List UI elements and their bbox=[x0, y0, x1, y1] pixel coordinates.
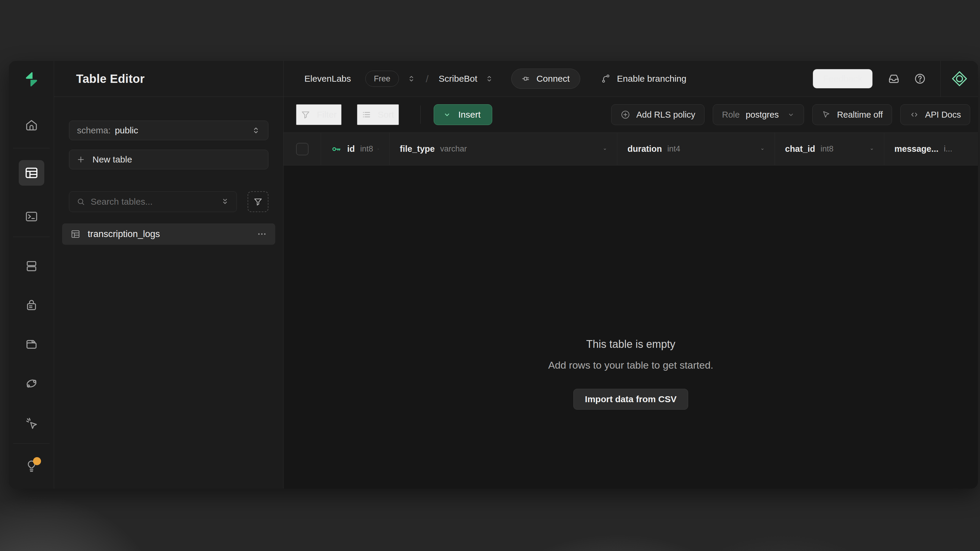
branch-icon bbox=[601, 74, 611, 84]
add-rls-policy-label: Add RLS policy bbox=[636, 110, 695, 120]
new-table-button[interactable]: New table bbox=[69, 150, 269, 169]
app-window: Table Editor schema: public New table bbox=[9, 61, 978, 489]
select-all-cell bbox=[283, 133, 321, 165]
insert-button[interactable]: Insert bbox=[434, 104, 492, 125]
table-icon bbox=[70, 229, 81, 239]
empty-state-subtitle: Add rows to your table to get started. bbox=[548, 359, 713, 371]
column-header-message[interactable]: message... i... bbox=[884, 133, 978, 165]
import-csv-button[interactable]: Import data from CSV bbox=[573, 389, 688, 410]
sort-button[interactable]: Sort bbox=[357, 104, 399, 125]
org-switcher-icon[interactable] bbox=[407, 75, 415, 83]
inbox-icon bbox=[888, 73, 900, 85]
breadcrumb-project[interactable]: ScribeBot bbox=[439, 74, 477, 84]
column-menu-icon[interactable] bbox=[865, 145, 874, 153]
cursor-icon bbox=[822, 110, 831, 119]
filter-label: Filter bbox=[317, 110, 337, 120]
column-menu-icon[interactable] bbox=[373, 145, 379, 153]
project-switcher-icon[interactable] bbox=[485, 75, 493, 83]
column-type: int8 bbox=[821, 144, 834, 154]
notification-dot bbox=[33, 457, 41, 465]
sidebar-item-auth[interactable] bbox=[22, 295, 41, 314]
storage-icon bbox=[25, 337, 38, 351]
column-name: chat_id bbox=[785, 144, 815, 154]
column-header-chat-id[interactable]: chat_id int8 bbox=[775, 133, 884, 165]
schema-select[interactable]: schema: public bbox=[69, 121, 269, 140]
table-name: transcription_logs bbox=[88, 229, 160, 240]
import-csv-label: Import data from CSV bbox=[585, 394, 676, 404]
sidebar-item-sql-editor[interactable] bbox=[22, 207, 41, 226]
column-name: message... bbox=[894, 144, 939, 154]
feedback-label: Feedback bbox=[823, 74, 862, 84]
filter-tables-button[interactable] bbox=[248, 191, 269, 212]
nav-rail bbox=[9, 61, 54, 489]
role-prefix: Role bbox=[722, 110, 740, 120]
add-rls-policy-button[interactable]: Add RLS policy bbox=[611, 104, 705, 125]
account-section[interactable] bbox=[940, 61, 978, 97]
column-header-duration[interactable]: duration int4 bbox=[617, 133, 775, 165]
grid-toolbar: Filter Sort Insert bbox=[283, 97, 978, 133]
breadcrumb-separator: / bbox=[426, 73, 428, 85]
enable-branching-button[interactable]: Enable branching bbox=[601, 74, 687, 84]
search-tables-input[interactable] bbox=[91, 197, 221, 207]
sidebar-item-storage[interactable] bbox=[22, 334, 41, 353]
help-icon bbox=[914, 73, 926, 85]
role-select[interactable]: Role postgres bbox=[713, 104, 804, 125]
sidebar-item-advisors[interactable] bbox=[22, 414, 41, 433]
select-all-checkbox[interactable] bbox=[296, 143, 309, 156]
double-chevron-down-icon[interactable] bbox=[221, 197, 229, 206]
page-title: Table Editor bbox=[76, 72, 145, 86]
empty-state-title: This table is empty bbox=[586, 338, 675, 351]
sql-editor-icon bbox=[25, 210, 38, 223]
rail-divider bbox=[13, 443, 49, 444]
table-editor-icon bbox=[24, 166, 39, 180]
sidebar-item-home[interactable] bbox=[22, 116, 41, 135]
feedback-button[interactable]: Feedback bbox=[813, 69, 873, 89]
column-type: int8 bbox=[360, 144, 373, 154]
sidebar-item-whats-new[interactable] bbox=[22, 457, 41, 476]
realtime-label: Realtime off bbox=[837, 110, 883, 120]
database-icon bbox=[25, 259, 38, 273]
connect-label: Connect bbox=[536, 74, 570, 84]
table-options-icon[interactable] bbox=[257, 229, 267, 239]
insert-label: Insert bbox=[458, 110, 480, 120]
notifications-button[interactable] bbox=[888, 73, 900, 85]
sidebar-header: Table Editor bbox=[54, 61, 283, 97]
lock-icon bbox=[25, 298, 38, 312]
rail-divider bbox=[13, 148, 49, 148]
toolbar-divider bbox=[420, 105, 421, 124]
column-header-id[interactable]: id int8 bbox=[321, 133, 390, 165]
realtime-icon bbox=[25, 376, 38, 390]
sidebar-item-realtime[interactable] bbox=[22, 374, 41, 393]
table-list-item-transcription-logs[interactable]: transcription_logs bbox=[62, 223, 275, 245]
sidebar-item-table-editor[interactable] bbox=[19, 160, 44, 186]
realtime-toggle-button[interactable]: Realtime off bbox=[812, 104, 892, 125]
plus-icon bbox=[76, 155, 85, 164]
column-menu-icon[interactable] bbox=[756, 145, 765, 153]
sort-label: Sort bbox=[378, 110, 394, 120]
column-name: file_type bbox=[400, 144, 435, 154]
main-area: ElevenLabs Free / ScribeBot Connect bbox=[283, 61, 978, 489]
plug-icon bbox=[522, 74, 531, 83]
table-list: transcription_logs bbox=[62, 223, 275, 245]
grid-header-row: id int8 file_type varchar duration int4 … bbox=[283, 133, 978, 165]
column-type: i... bbox=[944, 144, 952, 154]
filter-button[interactable]: Filter bbox=[296, 104, 342, 125]
search-tables-box bbox=[69, 191, 237, 212]
breadcrumb-org[interactable]: ElevenLabs bbox=[304, 74, 351, 84]
code-icon bbox=[910, 110, 919, 119]
help-button[interactable] bbox=[914, 73, 926, 85]
column-menu-icon[interactable] bbox=[599, 145, 607, 153]
advisors-icon bbox=[25, 416, 38, 430]
schema-select-value: public bbox=[115, 125, 138, 135]
search-icon bbox=[76, 197, 85, 206]
sidebar-item-database[interactable] bbox=[22, 257, 41, 276]
org-avatar-icon bbox=[950, 70, 969, 88]
connect-button[interactable]: Connect bbox=[511, 68, 580, 89]
schema-select-label: schema: bbox=[77, 125, 111, 135]
api-docs-button[interactable]: API Docs bbox=[900, 104, 970, 125]
primary-key-icon bbox=[331, 144, 342, 154]
new-table-label: New table bbox=[92, 154, 132, 165]
chevron-down-icon bbox=[443, 111, 451, 119]
supabase-logo[interactable] bbox=[24, 71, 39, 87]
column-header-file-type[interactable]: file_type varchar bbox=[390, 133, 617, 165]
